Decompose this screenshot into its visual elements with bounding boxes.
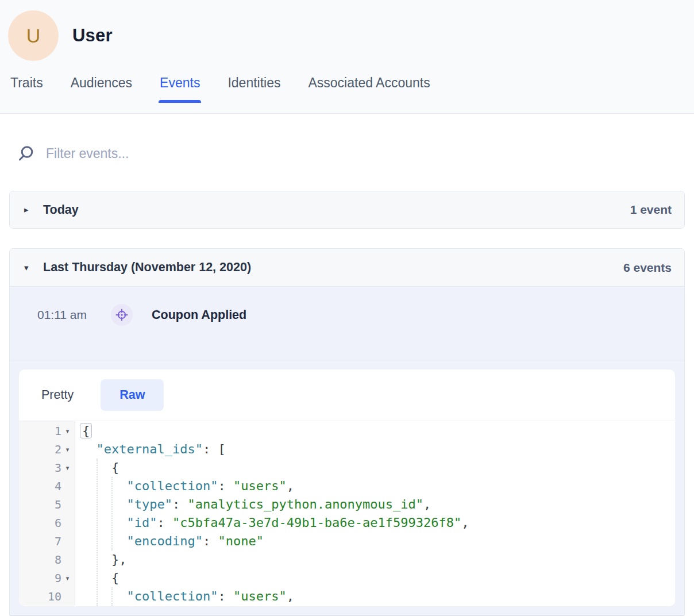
gutter-line: 6 [19, 514, 75, 532]
code-line: }, [81, 550, 675, 569]
code-token: : [157, 515, 172, 530]
profile-tabs: Traits Audiences Events Identities Assoc… [8, 61, 694, 103]
event-group-today: ▸ Today 1 event [9, 191, 685, 229]
code-line: "collection": "users", [81, 587, 675, 606]
line-number: 5 [55, 498, 61, 511]
code-token: { [81, 571, 119, 585]
line-number: 6 [55, 516, 61, 530]
tab-associated-accounts[interactable]: Associated Accounts [308, 75, 430, 103]
matched-bracket: { [80, 423, 92, 438]
code-token: : [ [203, 442, 226, 456]
event-group-last-thursday: ▾ Last Thursday (November 12, 2020) 6 ev… [9, 248, 685, 616]
code-line: "external_ids": [ [81, 440, 675, 459]
code-token: , [423, 497, 431, 511]
avatar: U [8, 10, 59, 61]
fold-toggle-icon[interactable]: ▾ [63, 464, 72, 472]
payload-card: Pretty Raw 1▾2▾3▾456789▾10 { "external_i… [19, 369, 675, 606]
code-line: { [81, 422, 675, 440]
code-token: : [172, 497, 188, 511]
line-number: 10 [48, 590, 61, 603]
event-time: 01:11 am [37, 304, 111, 326]
code-line: "id": "c5bfa47a-3e7d-49b1-ba6e-ae1f59932… [81, 514, 675, 532]
gutter-line: 5 [19, 495, 75, 514]
event-group-today-header[interactable]: ▸ Today 1 event [10, 191, 684, 228]
code-line: "collection": "users", [81, 477, 675, 495]
fold-toggle-icon[interactable]: ▾ [63, 446, 72, 453]
gutter-line: 8 [19, 550, 75, 569]
caret-right-icon: ▸ [24, 205, 32, 215]
code-token: "external_ids" [97, 442, 203, 456]
json-code-viewer: 1▾2▾3▾456789▾10 { "external_ids": [ { "c… [19, 421, 675, 606]
page-title: User [72, 25, 113, 46]
line-number: 3 [55, 461, 61, 475]
events-panel: ▸ Today 1 event ▾ Last Thursday (Novembe… [0, 114, 694, 616]
line-number: 8 [55, 553, 61, 567]
code-line: "type": "analytics_python.anonymous_id", [81, 495, 675, 514]
code-token [81, 497, 126, 511]
event-row-coupon-applied[interactable]: 01:11 am Coupon Applied [10, 287, 684, 360]
fold-toggle-icon[interactable]: ▾ [63, 575, 72, 582]
code-line: { [81, 459, 675, 477]
code-token: "encoding" [126, 534, 202, 548]
tab-events[interactable]: Events [160, 75, 200, 103]
user-profile-page: U User Traits Audiences Events Identitie… [0, 0, 694, 616]
code-token: "analytics_python.anonymous_id" [187, 497, 423, 511]
code-token [81, 589, 126, 603]
line-number: 1 [55, 424, 61, 438]
code-line: "encoding": "none" [81, 532, 675, 550]
profile-row: U User [8, 10, 694, 61]
line-number: 9 [55, 571, 61, 585]
gutter-line: 9▾ [19, 569, 75, 587]
group-count: 1 event [630, 203, 672, 217]
gutter-line: 7 [19, 532, 75, 550]
code-token [81, 515, 126, 530]
gutter-line: 2▾ [19, 440, 75, 459]
code-line: { [81, 569, 675, 587]
line-number: 2 [55, 442, 61, 456]
code-token: : [218, 479, 233, 493]
tab-identities[interactable]: Identities [228, 75, 280, 103]
json-code: { "external_ids": [ { "collection": "use… [81, 422, 675, 606]
group-label: Today [43, 203, 79, 217]
filter-events-input[interactable] [46, 146, 448, 161]
code-token: "users" [233, 479, 287, 493]
event-name: Coupon Applied [152, 304, 246, 326]
avatar-letter: U [26, 25, 41, 47]
tab-audiences[interactable]: Audiences [71, 75, 132, 103]
tab-traits[interactable]: Traits [10, 75, 43, 103]
caret-down-icon: ▾ [24, 263, 32, 273]
code-token: "type" [126, 497, 172, 511]
code-token: : [218, 589, 233, 603]
gutter-line: 1▾ [19, 422, 75, 440]
code-token: "users" [233, 589, 287, 603]
line-number: 4 [55, 479, 61, 493]
code-token [81, 534, 126, 548]
event-badge [111, 304, 133, 326]
gutter-line: 4 [19, 477, 75, 495]
profile-header: U User Traits Audiences Events Identitie… [0, 0, 694, 114]
search-icon [17, 145, 34, 162]
group-label: Last Thursday (November 12, 2020) [43, 260, 251, 275]
code-token [81, 442, 97, 456]
target-crosshair-icon [115, 308, 129, 322]
event-group-last-thursday-header[interactable]: ▾ Last Thursday (November 12, 2020) 6 ev… [10, 249, 684, 287]
payload-viewer-header: Pretty Raw [19, 369, 675, 421]
code-area: { "external_ids": [ { "collection": "use… [75, 421, 675, 606]
code-token: , [461, 515, 469, 530]
code-token: "collection" [126, 479, 218, 493]
gutter-line: 10 [19, 587, 75, 606]
group-count: 6 events [623, 261, 672, 275]
code-token: }, [81, 552, 126, 567]
tab-raw[interactable]: Raw [101, 379, 164, 411]
code-token: : [203, 534, 218, 548]
fold-toggle-icon[interactable]: ▾ [63, 428, 72, 435]
event-group-body: 01:11 am Coupon Applied [10, 287, 684, 616]
code-token: , [287, 589, 294, 603]
code-token: , [287, 479, 294, 493]
code-token: "collection" [126, 589, 218, 603]
filter-events-search [9, 114, 685, 165]
code-token [81, 479, 126, 493]
tab-pretty[interactable]: Pretty [41, 388, 74, 402]
code-gutter: 1▾2▾3▾456789▾10 [19, 421, 75, 606]
code-token: "c5bfa47a-3e7d-49b1-ba6e-ae1f599326f8" [172, 515, 461, 530]
